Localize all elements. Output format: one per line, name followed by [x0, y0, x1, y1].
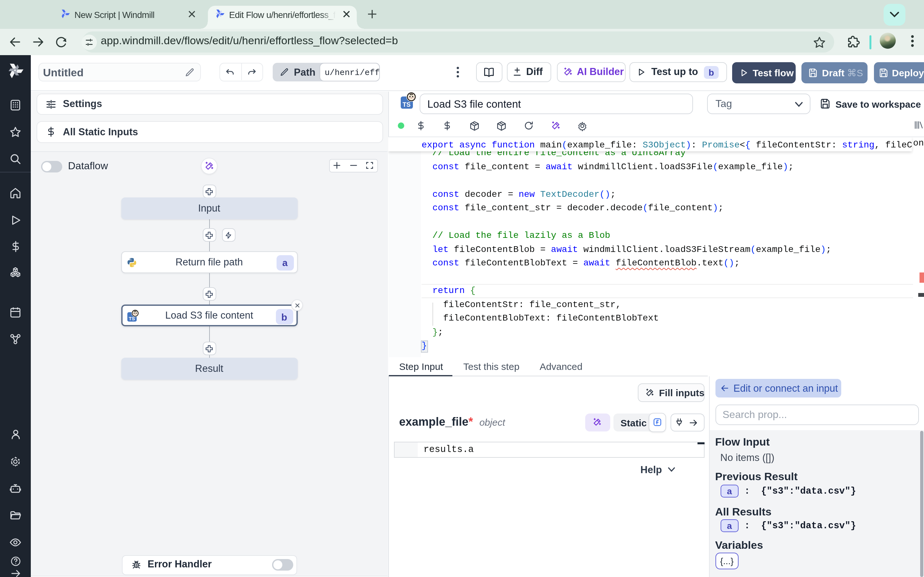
svg-text:TS: TS	[403, 101, 411, 108]
